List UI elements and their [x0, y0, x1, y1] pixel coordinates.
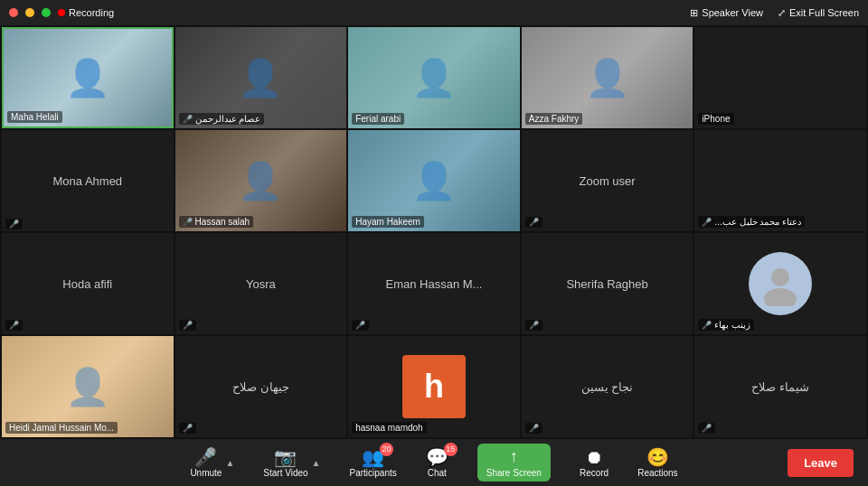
participant-cell-sherifa: Sherifa Ragheb 🎤	[522, 233, 693, 334]
participant-cell-ferial: 👤 Ferial arabi	[348, 27, 520, 128]
mute-status-yosra: 🎤	[179, 320, 196, 331]
chat-count-badge: 15	[444, 443, 458, 456]
mute-status-zoom: 🎤	[525, 217, 542, 228]
participant-cell-hayam: 👤 Hayam Hakeem	[348, 130, 520, 231]
participant-name-hassan: 🎤 Hassan salah	[179, 216, 254, 228]
mute-icon-duaa: 🎤	[702, 218, 712, 227]
mute-icon-eman: 🎤	[355, 321, 365, 330]
exit-fullscreen-button[interactable]: ⤢ Exit Full Screen	[778, 7, 859, 19]
participant-name-hayam: Hayam Hakeem	[352, 216, 424, 228]
reactions-button[interactable]: 😊 Reactions	[637, 448, 677, 478]
participant-name-essam: 🎤 عصام عبدالرحمن	[179, 113, 265, 125]
participant-cell-hassan: 👤 🎤 Hassan salah	[175, 130, 347, 231]
participant-name-najah: نجاح يسين	[581, 380, 634, 394]
mute-icon-hoda: 🎤	[9, 321, 19, 330]
maximize-dot	[42, 8, 51, 17]
fullscreen-icon: ⤢	[778, 7, 786, 19]
mute-status-mona: 🎤	[5, 219, 23, 229]
mute-icon-mona: 🎤	[9, 220, 19, 229]
svg-point-0	[771, 268, 789, 286]
mute-icon-sherifa: 🎤	[529, 321, 539, 330]
video-caret[interactable]: ▲	[312, 458, 321, 468]
participants-button[interactable]: 👥 20 Participants	[350, 448, 397, 478]
participant-cell-zoom-user: Zoom user 🎤	[522, 130, 693, 231]
speaker-view-icon: ⊞	[690, 7, 698, 19]
participant-cell-zainab: 🎤 زينب بهاء	[694, 233, 866, 334]
microphone-icon: 🎤	[194, 448, 217, 466]
mute-status-najah: 🎤	[525, 423, 542, 434]
participant-cell-azza: 👤 Azza Fakhry	[522, 27, 693, 128]
participant-count-badge: 20	[380, 443, 393, 456]
mute-icon-hassan: 🎤	[183, 218, 193, 227]
participant-name-shimaa: شيماء صلاح	[751, 380, 809, 394]
participant-cell-yosra: Yosra 🎤	[175, 233, 347, 334]
recording-indicator: Recording	[58, 7, 114, 18]
participant-cell-heidi: 👤 Heidi Jamal Hussain Mo...	[2, 336, 174, 437]
record-icon: ⏺	[585, 448, 603, 466]
participant-cell-hasnaa: h hasnaa mamdoh	[348, 336, 520, 437]
participant-cell-essam: 👤 🎤 عصام عبدالرحمن	[175, 27, 347, 128]
participant-name-ferial: Ferial arabi	[352, 113, 404, 125]
participant-name-zainab: 🎤 زينب بهاء	[698, 319, 754, 331]
participant-cell-mona: Mona Ahmed 🎤	[2, 130, 174, 231]
mute-icon-najah: 🎤	[529, 424, 539, 433]
mute-status-hoda: 🎤	[5, 320, 23, 331]
participant-cell-maha-helali: 👤 Maha Helali	[2, 27, 174, 128]
svg-point-1	[764, 288, 797, 306]
mute-icon-zoom: 🎤	[529, 218, 539, 227]
share-screen-button[interactable]: ↑ Share Screen	[477, 444, 551, 481]
record-button[interactable]: ⏺ Record	[580, 448, 609, 478]
participant-name-eman: Eman Hassan M...	[386, 277, 483, 291]
close-dot	[9, 8, 18, 17]
mute-icon-shimaa: 🎤	[702, 424, 712, 433]
participant-name-iphone: iPhone	[698, 113, 733, 125]
minimize-dot	[25, 8, 34, 17]
participant-cell-iphone: iPhone	[694, 27, 866, 128]
speaker-view-button[interactable]: ⊞ Speaker View	[690, 7, 763, 19]
participant-cell-jihan: جيهان صلاح 🎤	[175, 336, 347, 437]
participant-name-sherifa: Sherifa Ragheb	[566, 277, 647, 291]
participant-cell-shimaa: شيماء صلاح 🎤	[694, 336, 866, 437]
share-screen-icon: ↑	[510, 447, 518, 466]
unmute-caret[interactable]: ▲	[225, 458, 234, 468]
avatar-zainab	[749, 252, 812, 315]
leave-button[interactable]: Leave	[788, 449, 854, 477]
participant-cell-hoda: Hoda afifi 🎤	[2, 233, 174, 334]
bottom-toolbar: 🎤 Unmute ▲ 📷 Start Video ▲ 👥 20 Particip…	[0, 439, 868, 486]
participant-cell-duaa: 🎤 ...دعتاء محمد خليل عب	[694, 130, 866, 231]
participant-name-mona: Mona Ahmed	[52, 174, 122, 188]
video-grid: 👤 Maha Helali 👤 🎤 عصام عبدالرحمن 👤 Feria…	[0, 25, 868, 439]
mute-icon-yosra: 🎤	[183, 321, 193, 330]
mute-icon-jihan: 🎤	[183, 424, 193, 433]
participant-name-duaa: 🎤 ...دعتاء محمد خليل عب	[698, 216, 805, 228]
unmute-button[interactable]: 🎤 Unmute	[190, 448, 222, 478]
participant-name-azza: Azza Fakhry	[525, 113, 583, 125]
camera-icon: 📷	[274, 448, 297, 466]
start-video-button[interactable]: 📷 Start Video	[263, 448, 307, 478]
recording-dot	[58, 9, 65, 16]
participant-name-maha-helali: Maha Helali	[7, 111, 62, 123]
unmute-group[interactable]: 🎤 Unmute ▲	[190, 448, 234, 478]
h-badge-hasnaa: h	[402, 355, 466, 418]
participant-name-hasnaa: hasnaa mamdoh	[352, 422, 427, 434]
participant-name-zoom-user: Zoom user	[580, 174, 636, 188]
reactions-icon: 😊	[646, 448, 669, 466]
video-group[interactable]: 📷 Start Video ▲	[263, 448, 320, 478]
window-controls: Recording	[9, 7, 114, 18]
mute-status-shimaa: 🎤	[698, 423, 715, 434]
view-controls[interactable]: ⊞ Speaker View ⤢ Exit Full Screen	[690, 7, 859, 19]
participant-cell-najah: نجاح يسين 🎤	[522, 336, 693, 437]
mute-icon-zainab: 🎤	[702, 321, 712, 330]
participant-name-hoda: Hoda afifi	[62, 277, 112, 291]
participant-name-heidi: Heidi Jamal Hussain Mo...	[5, 422, 118, 434]
participant-name-jihan: جيهان صلاح	[232, 380, 289, 394]
mute-icon: 🎤	[183, 115, 193, 124]
top-bar: Recording ⊞ Speaker View ⤢ Exit Full Scr…	[0, 0, 868, 25]
recording-label: Recording	[69, 7, 114, 18]
mute-status-eman: 🎤	[352, 320, 369, 331]
mute-status-jihan: 🎤	[179, 423, 196, 434]
participant-cell-eman: Eman Hassan M... 🎤	[348, 233, 520, 334]
mute-status-sherifa: 🎤	[525, 320, 542, 331]
chat-button[interactable]: 💬 15 Chat	[426, 448, 448, 478]
participant-name-yosra: Yosra	[246, 277, 276, 291]
